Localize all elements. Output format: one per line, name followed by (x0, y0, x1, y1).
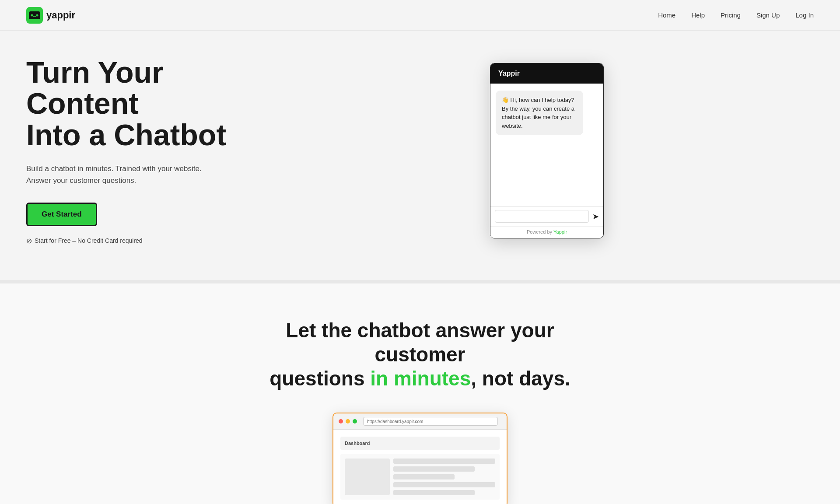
hero-right: Yappir 👋 Hi, how can I help today? By th… (280, 63, 814, 238)
browser-mockup: https://dashboard.yappir.com Dashboard (332, 413, 508, 504)
chatbot-body: 👋 Hi, how can I help today? By the way, … (490, 84, 603, 206)
nav-login[interactable]: Log In (795, 11, 814, 19)
nav-signup[interactable]: Sign Up (756, 11, 780, 19)
browser-mockup-wrapper: https://dashboard.yappir.com Dashboard (26, 413, 814, 504)
hero-title: Turn Your Content Into a Chatbot (26, 57, 262, 150)
browser-inner-body (340, 454, 500, 500)
chatbot-input-row: ➤ (490, 206, 603, 226)
hero-title-line3: Into a Chatbot (26, 118, 226, 151)
second-title-highlight: in minutes (370, 367, 471, 390)
second-title-part3: , not days. (471, 367, 570, 390)
bar-5 (393, 490, 475, 495)
browser-url-bar: https://dashboard.yappir.com (363, 417, 498, 426)
nav-pricing[interactable]: Pricing (721, 11, 741, 19)
nav-help[interactable]: Help (691, 11, 705, 19)
hero-subtitle-line1: Build a chatbot in minutes. Trained with… (26, 164, 202, 173)
chatbot-input[interactable] (495, 210, 589, 223)
chatbot-send-button[interactable]: ➤ (592, 212, 599, 221)
logo-text: yappir (46, 10, 75, 21)
hero-subtitle: Build a chatbot in minutes. Trained with… (26, 163, 262, 186)
chatbot-footer-link[interactable]: Yappir (553, 229, 567, 234)
hero-section: Turn Your Content Into a Chatbot Build a… (0, 31, 840, 280)
bar-2 (393, 466, 475, 472)
navbar: yappir Home Help Pricing Sign Up Log In (0, 0, 840, 31)
hero-left: Turn Your Content Into a Chatbot Build a… (26, 57, 280, 245)
get-started-button[interactable]: Get Started (26, 203, 97, 226)
nav-home[interactable]: Home (658, 11, 676, 19)
svg-rect-1 (29, 11, 40, 19)
chatbot-header: Yappir (490, 63, 603, 84)
chat-bubble: 👋 Hi, how can I help today? By the way, … (496, 91, 583, 135)
browser-dashboard-label: Dashboard (340, 437, 500, 450)
browser-dot-green (353, 419, 357, 424)
browser-dot-red (339, 419, 343, 424)
logo-link[interactable]: yappir (26, 7, 75, 24)
logo-icon (26, 7, 43, 24)
dashboard-text: Dashboard (345, 441, 370, 446)
second-title-part2: questions (270, 367, 370, 390)
second-title: Let the chatbot answer your customer que… (267, 318, 573, 391)
browser-content: Dashboard (333, 430, 507, 504)
browser-sidebar (345, 458, 390, 495)
hero-subtitle-line2: Answer your customer questions. (26, 176, 136, 185)
nav-links: Home Help Pricing Sign Up Log In (658, 11, 814, 19)
check-icon: ⊘ (26, 237, 32, 245)
browser-url-text: https://dashboard.yappir.com (367, 419, 423, 424)
chatbot-footer-text: Powered by (527, 229, 553, 234)
section-divider (0, 280, 840, 284)
chatbot-widget: Yappir 👋 Hi, how can I help today? By th… (490, 63, 604, 238)
browser-dot-yellow (346, 419, 350, 424)
second-section: Let the chatbot answer your customer que… (0, 284, 840, 504)
hero-title-line2: Content (26, 87, 139, 120)
second-title-part1: Let the chatbot answer your customer (286, 319, 554, 366)
hero-title-line1: Turn Your (26, 56, 164, 89)
bar-1 (393, 458, 495, 464)
bar-3 (393, 474, 455, 480)
browser-main (393, 458, 495, 495)
chatbot-footer: Powered by Yappir (490, 226, 603, 238)
browser-topbar: https://dashboard.yappir.com (333, 413, 507, 430)
bar-4 (393, 482, 495, 487)
hero-note: ⊘ Start for Free – No Credit Card requir… (26, 237, 262, 245)
hero-note-text: Start for Free – No Credit Card required (35, 237, 143, 244)
